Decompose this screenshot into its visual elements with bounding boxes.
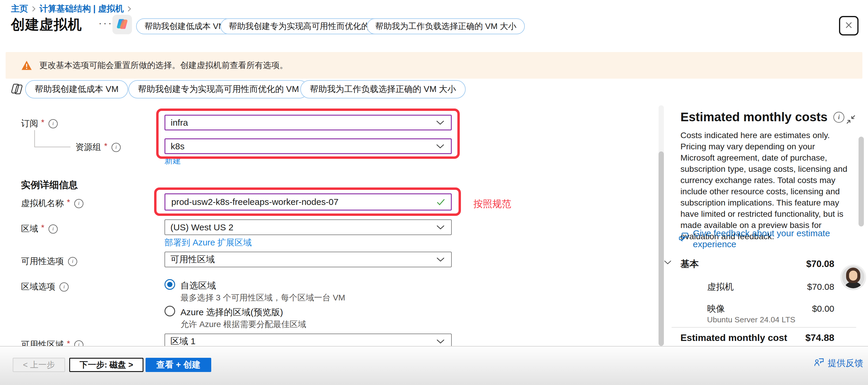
panel-scrollbar-thumb[interactable]	[859, 137, 864, 226]
radio-azure-selected-zone[interactable]	[164, 306, 175, 316]
copilot-suggestion-low-cost-2[interactable]: 帮助我创建低成本 VM	[25, 80, 128, 98]
region-dropdown[interactable]: (US) West US 2	[164, 219, 452, 235]
hierarchy-connector	[34, 147, 70, 147]
chevron-down-icon	[436, 257, 445, 262]
feedback-bubbles-icon	[679, 232, 689, 250]
chevron-right-icon	[127, 6, 131, 12]
info-icon[interactable]	[833, 112, 844, 123]
vm-name-field	[164, 193, 452, 211]
collapse-panel-icon[interactable]	[845, 114, 856, 126]
breadcrumb: 主页 计算基础结构 | 虚拟机	[11, 3, 131, 15]
close-button[interactable]	[839, 16, 859, 35]
cost-panel-title: Estimated monthly costs	[680, 110, 844, 124]
copilot-suggestion-low-cost[interactable]: 帮助我创建低成本 VM	[136, 18, 234, 34]
close-icon	[844, 21, 854, 31]
previous-button[interactable]: < 上一步	[13, 358, 65, 372]
copilot-outline-icon	[10, 82, 24, 97]
cost-group-row: 基本 $70.08	[680, 258, 834, 270]
warning-icon	[21, 60, 32, 70]
copilot-suggestion-right-size-2[interactable]: 帮助我为工作负载选择正确的 VM 大小	[300, 80, 466, 98]
copilot-button[interactable]	[113, 15, 132, 34]
annotation-text: 按照规范	[473, 197, 511, 211]
edge-zone-link[interactable]: 部署到 Azure 扩展区域	[164, 237, 252, 249]
zone-option1-label[interactable]: 自选区域	[181, 280, 216, 292]
info-icon[interactable]	[74, 199, 84, 208]
subscription-dropdown[interactable]: infra	[164, 115, 452, 130]
cost-panel-description: Costs indicated here are estimates only.…	[680, 130, 850, 242]
copilot-suggestion-high-availability-2[interactable]: 帮助我创建专为实现高可用性而优化的 VM	[128, 80, 309, 98]
vm-name-input[interactable]	[171, 197, 437, 207]
chevron-down-icon	[436, 144, 444, 149]
assistant-avatar[interactable]	[841, 265, 865, 289]
region-label: 区域 *	[21, 223, 58, 235]
page-title: 创建虚拟机	[11, 15, 82, 34]
zone-option2-label[interactable]: Azure 选择的区域(预览版)	[181, 306, 283, 318]
availability-options-label: 可用性选项	[21, 255, 77, 267]
info-icon[interactable]	[59, 282, 69, 292]
hierarchy-connector	[34, 130, 35, 147]
zone-option2-description: 允许 Azure 根据需要分配最佳区域	[181, 319, 306, 330]
divider	[672, 327, 856, 328]
main-scrollbar-thumb[interactable]	[658, 151, 664, 346]
instance-details-header: 实例详细信息	[21, 179, 78, 192]
availability-options-dropdown[interactable]: 可用性区域	[164, 252, 452, 267]
cost-item-row: 虚拟机 $70.08	[707, 281, 834, 293]
warning-text: 更改基本选项可能会重置所做的选择。创建虚拟机前查看所有选项。	[39, 60, 288, 71]
person-feedback-icon	[814, 357, 824, 369]
feedback-link[interactable]: 提供反馈	[814, 357, 863, 369]
resource-group-dropdown[interactable]: k8s	[164, 138, 452, 154]
chevron-down-icon	[436, 225, 445, 230]
copilot-suggestion-right-size[interactable]: 帮助我为工作负载选择正确的 VM 大小	[367, 18, 525, 34]
chevron-right-icon	[32, 6, 36, 12]
cost-item-row: 映像 $0.00	[707, 303, 834, 315]
info-icon[interactable]	[49, 119, 58, 128]
review-create-button[interactable]: 查看 + 创建	[146, 358, 211, 372]
chevron-down-icon[interactable]	[664, 260, 672, 265]
resource-group-label: 资源组 *	[75, 141, 121, 153]
subscription-label: 订阅 *	[21, 118, 58, 130]
cost-total-row: Estimated monthly cost $74.88	[680, 332, 834, 343]
info-icon[interactable]	[68, 257, 77, 266]
estimate-feedback-link[interactable]: Give feedback about your estimate experi…	[679, 228, 852, 250]
warning-banner: 更改基本选项可能会重置所做的选择。创建虚拟机前查看所有选项。	[6, 52, 862, 79]
footer-bar: < 上一步 下一步: 磁盘 > 查看 + 创建 提供反馈	[0, 346, 868, 385]
create-vm-page: 主页 计算基础结构 | 虚拟机 创建虚拟机	[0, 0, 868, 385]
more-options-icon[interactable]	[98, 17, 113, 29]
valid-check-icon	[437, 199, 445, 205]
info-icon[interactable]	[112, 143, 121, 152]
cost-group-label: 基本	[680, 258, 699, 270]
image-sku-subtext: Ubuntu Server 24.04 LTS	[707, 315, 796, 324]
chevron-down-icon	[436, 120, 444, 125]
chevron-down-icon	[436, 339, 445, 344]
vm-name-label: 虚拟机名称 *	[21, 197, 84, 210]
zone-options-label: 区域选项	[21, 281, 69, 293]
breadcrumb-section[interactable]: 计算基础结构 | 虚拟机	[39, 3, 124, 15]
cost-group-value: $70.08	[806, 259, 834, 269]
copilot-icon	[116, 18, 128, 31]
avatar-face	[849, 270, 857, 281]
info-icon[interactable]	[49, 224, 58, 234]
breadcrumb-home[interactable]: 主页	[11, 3, 28, 15]
next-disks-button[interactable]: 下一步: 磁盘 >	[69, 358, 144, 372]
radio-self-select-zone[interactable]	[164, 279, 175, 290]
create-new-link[interactable]: 新建	[164, 155, 181, 166]
zone-option1-description: 最多选择 3 个可用性区域，每个区域一台 VM	[181, 292, 345, 303]
